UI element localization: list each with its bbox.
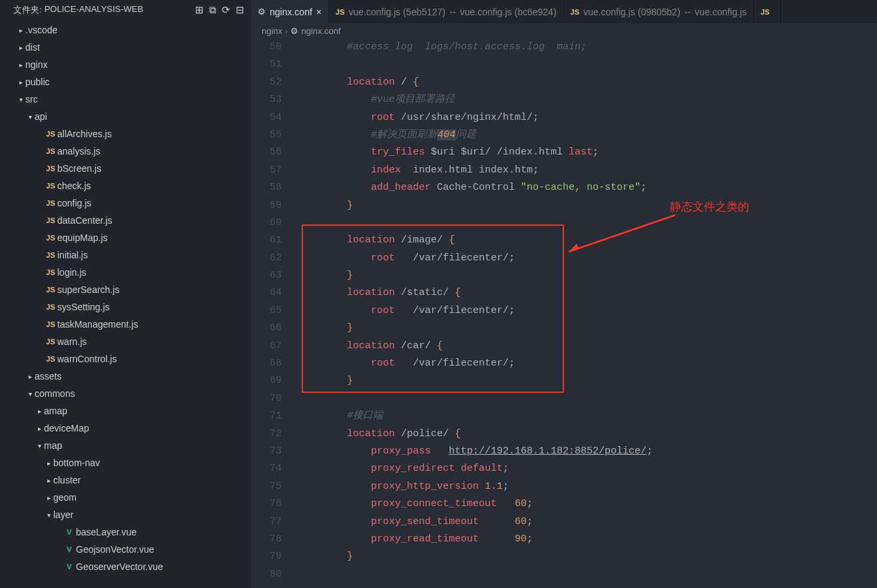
- chevron-icon: [35, 425, 44, 432]
- file-initial.js[interactable]: JSinitial.js: [0, 246, 251, 264]
- code-line[interactable]: #vue项目部署路径: [299, 91, 877, 109]
- code-line[interactable]: }: [299, 267, 877, 284]
- tree-item-label: taskManagement.js: [57, 319, 138, 330]
- file-equipMap.js[interactable]: JSequipMap.js: [0, 229, 251, 246]
- folder-.vscode[interactable]: .vscode: [0, 21, 251, 39]
- file-login.js[interactable]: JSlogin.js: [0, 264, 251, 281]
- code-area[interactable]: 静态文件之类的 #access_log logs/host.access.log…: [299, 39, 877, 588]
- file-check.js[interactable]: JScheck.js: [0, 177, 251, 194]
- new-folder-icon[interactable]: ⧉: [208, 3, 218, 17]
- code-line[interactable]: proxy_read_timeout 90;: [299, 531, 877, 548]
- new-file-icon[interactable]: ⊞: [194, 3, 205, 17]
- editor[interactable]: 5051525354555657585960616263646566676869…: [251, 39, 877, 588]
- code-line[interactable]: #接口端: [299, 408, 877, 425]
- line-number: 63: [251, 267, 282, 284]
- file-config.js[interactable]: JSconfig.js: [0, 194, 251, 212]
- breadcrumb[interactable]: nginx › ⚙ nginx.conf: [251, 23, 877, 39]
- tree-item-label: check.js: [57, 180, 91, 191]
- breadcrumb-part[interactable]: nginx.conf: [301, 26, 340, 36]
- code-line[interactable]: [299, 390, 877, 408]
- code-line[interactable]: }: [299, 372, 877, 390]
- code-line[interactable]: root /var/filecenter/;: [299, 250, 877, 267]
- folder-api[interactable]: api: [0, 108, 251, 125]
- line-number: 66: [251, 320, 282, 337]
- code-line[interactable]: [299, 56, 877, 73]
- file-baseLayer.vue[interactable]: VbaseLayer.vue: [0, 523, 251, 541]
- tab-label: vue.config.js (09805b2) ↔ vue.config.js: [583, 7, 746, 17]
- js-icon: JS: [336, 8, 344, 16]
- chevron-icon: [25, 373, 35, 380]
- code-line[interactable]: location / {: [299, 74, 877, 91]
- code-line[interactable]: try_files $uri $uri/ /index.html last;: [299, 144, 877, 161]
- code-line[interactable]: index index.html index.htm;: [299, 162, 877, 179]
- code-line[interactable]: #access_log logs/host.access.log main;: [299, 39, 877, 56]
- code-line[interactable]: add_header Cache-Control "no-cache, no-s…: [299, 179, 877, 196]
- refresh-icon[interactable]: ⟳: [220, 3, 232, 17]
- file-sysSetting.js[interactable]: JSsysSetting.js: [0, 298, 251, 316]
- code-line[interactable]: proxy_send_timeout 60;: [299, 513, 877, 531]
- line-number: 70: [251, 390, 282, 408]
- folder-layer[interactable]: layer: [0, 506, 251, 523]
- file-dataCenter.js[interactable]: JSdataCenter.js: [0, 212, 251, 229]
- code-line[interactable]: }: [299, 320, 877, 337]
- code-line[interactable]: location /police/ {: [299, 426, 877, 443]
- tab-nginx.conf[interactable]: ⚙nginx.conf×: [251, 0, 329, 23]
- folder-dist[interactable]: dist: [0, 39, 251, 56]
- file-superSearch.js[interactable]: JSsuperSearch.js: [0, 281, 251, 298]
- close-icon[interactable]: ×: [316, 7, 322, 17]
- line-number: 64: [251, 284, 282, 302]
- tree-item-label: baseLayer.vue: [76, 527, 137, 537]
- code-line[interactable]: proxy_http_version 1.1;: [299, 478, 877, 495]
- tab-vue.config.js (09805b2) ↔ vue.config.js[interactable]: JSvue.config.js (09805b2) ↔ vue.config.j…: [564, 0, 754, 23]
- code-line[interactable]: [299, 214, 877, 232]
- tab-more[interactable]: JS: [754, 0, 780, 23]
- js-icon: JS: [760, 8, 769, 16]
- line-number: 55: [251, 127, 282, 144]
- code-line[interactable]: #解决页面刷新404问题: [299, 127, 877, 144]
- file-analysis.js[interactable]: JSanalysis.js: [0, 143, 251, 160]
- js-file-icon: JS: [44, 130, 57, 138]
- code-line[interactable]: }: [299, 548, 877, 565]
- tree-item-label: config.js: [57, 198, 91, 208]
- code-line[interactable]: }: [299, 197, 877, 214]
- file-bScreen.js[interactable]: JSbScreen.js: [0, 160, 251, 177]
- file-warnControl.js[interactable]: JSwarnControl.js: [0, 350, 251, 368]
- folder-deviceMap[interactable]: deviceMap: [0, 420, 251, 437]
- file-allArchives.js[interactable]: JSallArchives.js: [0, 125, 251, 143]
- code-line[interactable]: proxy_connect_timeout 60;: [299, 495, 877, 513]
- file-GeoserverVector.vue[interactable]: VGeoserverVector.vue: [0, 558, 251, 575]
- code-line[interactable]: location /car/ {: [299, 338, 877, 355]
- line-number: 77: [251, 513, 282, 531]
- tab-vue.config.js (5eb5127) ↔ vue.config.js (bc6e924)[interactable]: JSvue.config.js (5eb5127) ↔ vue.config.j…: [329, 0, 564, 23]
- folder-geom[interactable]: geom: [0, 489, 251, 506]
- js-file-icon: JS: [44, 286, 57, 294]
- code-line[interactable]: root /var/filecenter/;: [299, 355, 877, 372]
- code-line[interactable]: proxy_redirect default;: [299, 460, 877, 477]
- tab-label: nginx.conf: [270, 7, 312, 17]
- folder-cluster[interactable]: cluster: [0, 471, 251, 489]
- code-line[interactable]: [299, 566, 877, 583]
- folder-map[interactable]: map: [0, 437, 251, 454]
- folder-bottom-nav[interactable]: bottom-nav: [0, 454, 251, 471]
- file-taskManagement.js[interactable]: JStaskManagement.js: [0, 316, 251, 333]
- folder-nginx[interactable]: nginx: [0, 56, 251, 73]
- folder-assets[interactable]: assets: [0, 368, 251, 385]
- code-line[interactable]: location /static/ {: [299, 284, 877, 302]
- code-line[interactable]: root /var/filecenter/;: [299, 302, 877, 320]
- folder-amap[interactable]: amap: [0, 402, 251, 420]
- explorer-header-prefix: 文件夹:: [13, 4, 42, 16]
- js-file-icon: JS: [44, 182, 57, 190]
- line-number: 79: [251, 548, 282, 565]
- js-file-icon: JS: [44, 320, 57, 328]
- code-line[interactable]: proxy_pass http://192.168.1.182:8852/pol…: [299, 443, 877, 460]
- code-line[interactable]: location /image/ {: [299, 232, 877, 249]
- file-tree[interactable]: .vscodedistnginxpublicsrcapiJSallArchive…: [0, 20, 251, 588]
- file-GeojsonVector.vue[interactable]: VGeojsonVector.vue: [0, 541, 251, 558]
- breadcrumb-part[interactable]: nginx: [262, 26, 282, 36]
- collapse-icon[interactable]: ⊟: [234, 3, 246, 17]
- folder-public[interactable]: public: [0, 73, 251, 91]
- folder-commons[interactable]: commons: [0, 385, 251, 402]
- folder-src[interactable]: src: [0, 91, 251, 108]
- file-warn.js[interactable]: JSwarn.js: [0, 333, 251, 350]
- code-line[interactable]: root /usr/share/nginx/html/;: [299, 109, 877, 127]
